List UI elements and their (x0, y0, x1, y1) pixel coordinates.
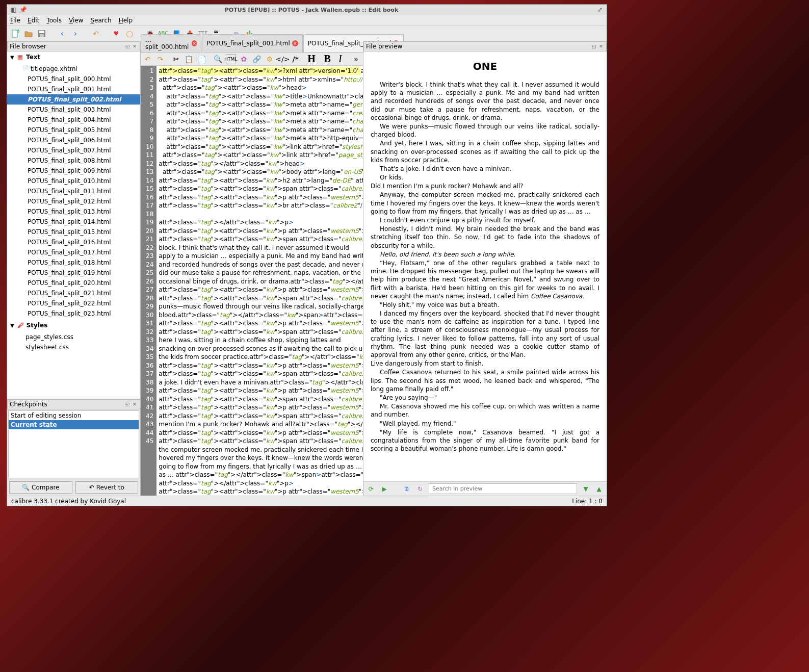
comment-icon[interactable]: /* (291, 54, 300, 64)
file-item[interactable]: POTUS_final_split_016.html (7, 237, 140, 247)
menubar: File Edit Tools View Search Help (7, 15, 607, 26)
toc-icon[interactable]: ◯ (124, 29, 135, 39)
file-item[interactable]: POTUS_final_split_017.html (7, 247, 140, 257)
heading-icon[interactable]: H (306, 54, 316, 64)
file-item[interactable]: POTUS_final_split_004.html (7, 115, 140, 125)
heart-icon[interactable]: ♥ (111, 29, 121, 39)
preview-pane[interactable]: ONE Writer's block. I think that's what … (363, 51, 607, 481)
compare-button[interactable]: 🔍Compare (9, 481, 72, 494)
menu-tools[interactable]: Tools (46, 17, 62, 24)
insert-image-icon[interactable]: ✿ (239, 54, 249, 64)
preview-search-input[interactable] (429, 483, 577, 494)
menu-file[interactable]: File (10, 17, 20, 24)
file-item[interactable]: POTUS_final_split_000.html (7, 74, 140, 84)
file-item[interactable]: POTUS_final_split_002.html (7, 94, 140, 105)
file-browser[interactable]: ▼▦Text titlepage.xhtmlPOTUS_final_split_… (7, 51, 140, 399)
file-item[interactable]: POTUS_final_split_005.html (7, 125, 140, 135)
file-item[interactable]: POTUS_final_split_013.html (7, 206, 140, 217)
link-icon[interactable]: 🔗 (252, 54, 262, 64)
refresh-icon[interactable]: ⟳ (367, 484, 376, 494)
panel-float-icon[interactable]: ◱ (124, 401, 131, 407)
checkpoint-item[interactable]: Start of editing session (9, 411, 139, 420)
file-item[interactable]: POTUS_final_split_015.html (7, 227, 140, 237)
undo-icon[interactable]: ↶ (143, 54, 152, 64)
preview-para: Coffee Casanova returned to his seat, a … (371, 368, 599, 393)
tab-close-icon[interactable]: × (292, 40, 298, 46)
copy-icon[interactable]: 📋 (184, 54, 194, 64)
preview-para: Anyway, the computer screen mocked me, p… (371, 191, 599, 216)
window-menu-icon[interactable]: ◧ (10, 6, 17, 13)
code-editor[interactable]: 1234567891011121314151617181920212223242… (141, 66, 363, 496)
preview-para: "My life is complete now," Casanova beam… (371, 428, 599, 453)
file-item[interactable]: POTUS_final_split_014.html (7, 217, 140, 227)
code-icon[interactable]: </> (277, 54, 288, 64)
html-icon[interactable]: HTML (226, 54, 236, 64)
search-next-icon[interactable]: ▼ (581, 484, 590, 494)
more-tools-icon[interactable]: » (351, 54, 361, 64)
file-item[interactable]: POTUS_final_split_007.html (7, 145, 140, 156)
preview-para: I couldn't even conjure up a pithy insul… (371, 216, 599, 224)
reload-icon[interactable]: ↻ (415, 484, 425, 494)
preview-para: Writer's block. I think that's what they… (371, 81, 599, 122)
paste-icon[interactable]: 📄 (197, 54, 207, 64)
search-icon[interactable]: 🔍 (213, 54, 223, 64)
file-item[interactable]: POTUS_final_split_011.html (7, 186, 140, 196)
panel-close-icon[interactable]: ✕ (132, 401, 138, 407)
file-item[interactable]: POTUS_final_split_020.html (7, 278, 140, 288)
menu-edit[interactable]: Edit (28, 17, 39, 24)
menu-help[interactable]: Help (119, 17, 133, 24)
file-item[interactable]: POTUS_final_split_021.html (7, 288, 140, 298)
file-item[interactable]: POTUS_final_split_010.html (7, 176, 140, 186)
tab-close-icon[interactable]: × (192, 40, 197, 46)
file-item[interactable]: POTUS_final_split_006.html (7, 135, 140, 145)
menu-search[interactable]: Search (90, 17, 111, 24)
svg-text:+: + (16, 29, 20, 35)
section-styles[interactable]: ▼🖌Styles (7, 320, 140, 331)
file-item[interactable]: POTUS_final_split_008.html (7, 156, 140, 166)
file-item[interactable]: titlepage.xhtml (7, 64, 140, 74)
editor-tab[interactable]: …split_000.html× (141, 34, 201, 52)
panel-close-icon[interactable]: ✕ (132, 43, 138, 49)
redo-icon[interactable]: ↷ (155, 54, 165, 64)
file-item[interactable]: page_styles.css (7, 332, 140, 342)
section-text[interactable]: ▼▦Text (7, 51, 140, 63)
editor-window: ◧ 📌 POTUS [EPUB] :: POTUS - Jack Wallen.… (7, 4, 607, 506)
open-icon[interactable] (23, 29, 34, 39)
redo-global-icon[interactable]: › (70, 29, 81, 39)
undo-global-icon[interactable]: ‹ (57, 29, 67, 39)
checkpoints-list[interactable]: Start of editing sessionCurrent state (8, 410, 139, 478)
save-icon[interactable] (37, 29, 47, 39)
menu-view[interactable]: View (69, 17, 83, 24)
split-icon[interactable]: 🗎 (402, 484, 411, 494)
file-item[interactable]: POTUS_final_split_019.html (7, 268, 140, 278)
bold-icon[interactable]: B (323, 54, 332, 64)
file-browser-title: File browser ◱ ✕ (7, 41, 140, 51)
checkpoint-item[interactable]: Current state (9, 420, 139, 429)
file-item[interactable]: POTUS_final_split_009.html (7, 166, 140, 176)
pin-icon[interactable]: 📌 (19, 6, 27, 13)
maximize-icon[interactable]: ⤢ (596, 6, 604, 13)
italic-icon[interactable]: I (335, 54, 345, 64)
file-item[interactable]: POTUS_final_split_022.html (7, 298, 140, 308)
file-item[interactable]: POTUS_final_split_018.html (7, 257, 140, 268)
editor-tab[interactable]: POTUS_final_split_001.html× (202, 34, 303, 52)
special-char-icon[interactable]: ⚙ (265, 54, 274, 64)
search-prev-icon[interactable]: ▲ (594, 484, 604, 494)
preview-para: That's a joke. I didn't even have a mini… (371, 165, 599, 173)
file-item[interactable]: POTUS_final_split_003.html (7, 105, 140, 115)
sync-icon[interactable]: ▶ (380, 484, 389, 494)
panel-close-icon[interactable]: ✕ (598, 43, 604, 49)
checkpoints-title: Checkpoints ◱ ✕ (7, 399, 140, 409)
cut-icon[interactable]: ✂ (171, 54, 181, 64)
revert-button[interactable]: ↶Revert to (75, 481, 139, 494)
file-item[interactable]: POTUS_final_split_023.html (7, 308, 140, 319)
new-file-icon[interactable]: + (10, 29, 20, 39)
revert-icon[interactable]: ↶ (91, 29, 101, 39)
file-item[interactable]: POTUS_final_split_012.html (7, 196, 140, 206)
editor-toolbar: ↶ ↷ ✂ 📋 📄 🔍 HTML ✿ 🔗 ⚙ </> /* H B I » (141, 53, 363, 66)
file-item[interactable]: POTUS_final_split_001.html (7, 84, 140, 94)
panel-float-icon[interactable]: ◱ (591, 43, 597, 49)
file-item[interactable]: stylesheet.css (7, 342, 140, 352)
panel-float-icon[interactable]: ◱ (124, 43, 131, 49)
preview-para: Honestly, I didn't mind. My brain needed… (371, 225, 599, 250)
